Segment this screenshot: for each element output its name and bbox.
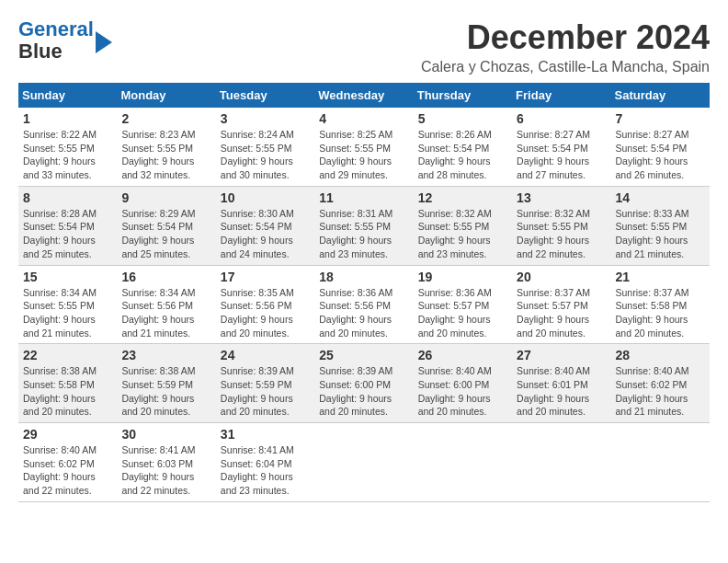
logo: General Blue xyxy=(18,18,112,63)
calendar-cell: 31Sunrise: 8:41 AM Sunset: 6:04 PM Dayli… xyxy=(216,423,314,502)
day-number: 3 xyxy=(221,111,310,126)
day-number: 10 xyxy=(221,190,310,205)
day-number: 29 xyxy=(23,427,112,442)
day-number: 28 xyxy=(616,348,705,362)
day-info: Sunrise: 8:29 AM Sunset: 5:54 PM Dayligh… xyxy=(121,207,210,261)
calendar-cell: 28Sunrise: 8:40 AM Sunset: 6:02 PM Dayli… xyxy=(611,344,710,423)
day-info: Sunrise: 8:41 AM Sunset: 6:03 PM Dayligh… xyxy=(121,443,210,498)
calendar-table: SundayMondayTuesdayWednesdayThursdayFrid… xyxy=(18,83,710,502)
day-number: 7 xyxy=(616,111,705,126)
header-monday: Monday xyxy=(117,83,215,108)
calendar-cell: 25Sunrise: 8:39 AM Sunset: 6:00 PM Dayli… xyxy=(314,344,413,423)
calendar-cell: 27Sunrise: 8:40 AM Sunset: 6:01 PM Dayli… xyxy=(512,344,610,423)
day-info: Sunrise: 8:30 AM Sunset: 5:54 PM Dayligh… xyxy=(221,207,310,261)
day-info: Sunrise: 8:38 AM Sunset: 5:59 PM Dayligh… xyxy=(121,364,210,419)
day-info: Sunrise: 8:25 AM Sunset: 5:55 PM Dayligh… xyxy=(319,128,408,182)
day-info: Sunrise: 8:34 AM Sunset: 5:56 PM Dayligh… xyxy=(121,286,210,340)
calendar-cell xyxy=(512,423,610,502)
day-number: 25 xyxy=(319,348,408,362)
day-info: Sunrise: 8:37 AM Sunset: 5:58 PM Dayligh… xyxy=(616,286,705,340)
calendar-cell: 2Sunrise: 8:23 AM Sunset: 5:55 PM Daylig… xyxy=(117,108,215,186)
day-info: Sunrise: 8:32 AM Sunset: 5:55 PM Dayligh… xyxy=(418,207,507,261)
day-info: Sunrise: 8:31 AM Sunset: 5:55 PM Dayligh… xyxy=(319,207,408,261)
day-number: 30 xyxy=(121,427,210,442)
day-number: 19 xyxy=(418,270,507,284)
day-info: Sunrise: 8:40 AM Sunset: 6:02 PM Dayligh… xyxy=(23,443,112,498)
day-number: 14 xyxy=(616,190,705,205)
day-number: 15 xyxy=(23,270,112,284)
day-number: 26 xyxy=(418,348,507,362)
week-row-4: 22Sunrise: 8:38 AM Sunset: 5:58 PM Dayli… xyxy=(18,344,710,423)
day-info: Sunrise: 8:23 AM Sunset: 5:55 PM Dayligh… xyxy=(121,128,210,182)
logo-text: General Blue xyxy=(18,18,94,63)
calendar-cell: 29Sunrise: 8:40 AM Sunset: 6:02 PM Dayli… xyxy=(18,423,117,502)
day-info: Sunrise: 8:33 AM Sunset: 5:55 PM Dayligh… xyxy=(616,207,705,261)
day-info: Sunrise: 8:35 AM Sunset: 5:56 PM Dayligh… xyxy=(221,286,310,340)
calendar-cell: 17Sunrise: 8:35 AM Sunset: 5:56 PM Dayli… xyxy=(216,265,314,344)
page-header: General Blue December 2024 Calera y Choz… xyxy=(18,18,710,75)
day-info: Sunrise: 8:36 AM Sunset: 5:56 PM Dayligh… xyxy=(319,286,408,340)
calendar-cell: 14Sunrise: 8:33 AM Sunset: 5:55 PM Dayli… xyxy=(611,186,710,265)
location-title: Calera y Chozas, Castille-La Mancha, Spa… xyxy=(421,59,710,75)
calendar-cell: 1Sunrise: 8:22 AM Sunset: 5:55 PM Daylig… xyxy=(18,108,117,186)
day-info: Sunrise: 8:24 AM Sunset: 5:55 PM Dayligh… xyxy=(221,128,310,182)
calendar-cell: 21Sunrise: 8:37 AM Sunset: 5:58 PM Dayli… xyxy=(611,265,710,344)
day-number: 31 xyxy=(221,427,310,442)
calendar-cell: 3Sunrise: 8:24 AM Sunset: 5:55 PM Daylig… xyxy=(216,108,314,186)
day-number: 22 xyxy=(23,348,112,362)
header-saturday: Saturday xyxy=(611,83,710,108)
day-number: 1 xyxy=(23,111,112,126)
day-number: 8 xyxy=(23,190,112,205)
day-number: 27 xyxy=(517,348,606,362)
day-info: Sunrise: 8:26 AM Sunset: 5:54 PM Dayligh… xyxy=(418,128,507,182)
day-number: 20 xyxy=(517,270,606,284)
month-title: December 2024 xyxy=(421,18,710,57)
calendar-cell: 11Sunrise: 8:31 AM Sunset: 5:55 PM Dayli… xyxy=(314,186,413,265)
logo-general: General xyxy=(18,17,94,40)
logo-arrow-icon xyxy=(96,31,112,53)
header-friday: Friday xyxy=(512,83,610,108)
day-number: 24 xyxy=(221,348,310,362)
header-row: SundayMondayTuesdayWednesdayThursdayFrid… xyxy=(18,83,710,108)
day-info: Sunrise: 8:40 AM Sunset: 6:00 PM Dayligh… xyxy=(418,364,507,419)
calendar-cell xyxy=(611,423,710,502)
day-number: 2 xyxy=(121,111,210,126)
day-number: 13 xyxy=(517,190,606,205)
day-info: Sunrise: 8:22 AM Sunset: 5:55 PM Dayligh… xyxy=(23,128,112,182)
header-sunday: Sunday xyxy=(18,83,117,108)
day-number: 9 xyxy=(121,190,210,205)
day-info: Sunrise: 8:36 AM Sunset: 5:57 PM Dayligh… xyxy=(418,286,507,340)
day-info: Sunrise: 8:40 AM Sunset: 6:02 PM Dayligh… xyxy=(616,364,705,419)
day-number: 23 xyxy=(121,348,210,362)
day-number: 5 xyxy=(418,111,507,126)
calendar-cell: 26Sunrise: 8:40 AM Sunset: 6:00 PM Dayli… xyxy=(414,344,512,423)
day-info: Sunrise: 8:38 AM Sunset: 5:58 PM Dayligh… xyxy=(23,364,112,419)
day-number: 11 xyxy=(319,190,408,205)
day-info: Sunrise: 8:39 AM Sunset: 5:59 PM Dayligh… xyxy=(221,364,310,419)
calendar-cell: 16Sunrise: 8:34 AM Sunset: 5:56 PM Dayli… xyxy=(117,265,215,344)
day-info: Sunrise: 8:40 AM Sunset: 6:01 PM Dayligh… xyxy=(517,364,606,419)
day-info: Sunrise: 8:34 AM Sunset: 5:55 PM Dayligh… xyxy=(23,286,112,340)
calendar-cell xyxy=(314,423,413,502)
calendar-cell: 15Sunrise: 8:34 AM Sunset: 5:55 PM Dayli… xyxy=(18,265,117,344)
calendar-cell: 30Sunrise: 8:41 AM Sunset: 6:03 PM Dayli… xyxy=(117,423,215,502)
week-row-5: 29Sunrise: 8:40 AM Sunset: 6:02 PM Dayli… xyxy=(18,423,710,502)
calendar-cell: 20Sunrise: 8:37 AM Sunset: 5:57 PM Dayli… xyxy=(512,265,610,344)
day-info: Sunrise: 8:28 AM Sunset: 5:54 PM Dayligh… xyxy=(23,207,112,261)
day-number: 12 xyxy=(418,190,507,205)
day-info: Sunrise: 8:27 AM Sunset: 5:54 PM Dayligh… xyxy=(517,128,606,182)
calendar-cell: 24Sunrise: 8:39 AM Sunset: 5:59 PM Dayli… xyxy=(216,344,314,423)
day-number: 16 xyxy=(121,270,210,284)
day-info: Sunrise: 8:27 AM Sunset: 5:54 PM Dayligh… xyxy=(616,128,705,182)
title-block: December 2024 Calera y Chozas, Castille-… xyxy=(421,18,710,75)
day-info: Sunrise: 8:41 AM Sunset: 6:04 PM Dayligh… xyxy=(221,443,310,498)
day-number: 4 xyxy=(319,111,408,126)
calendar-cell: 10Sunrise: 8:30 AM Sunset: 5:54 PM Dayli… xyxy=(216,186,314,265)
day-number: 21 xyxy=(616,270,705,284)
calendar-cell: 23Sunrise: 8:38 AM Sunset: 5:59 PM Dayli… xyxy=(117,344,215,423)
week-row-2: 8Sunrise: 8:28 AM Sunset: 5:54 PM Daylig… xyxy=(18,186,710,265)
calendar-cell: 4Sunrise: 8:25 AM Sunset: 5:55 PM Daylig… xyxy=(314,108,413,186)
calendar-cell: 6Sunrise: 8:27 AM Sunset: 5:54 PM Daylig… xyxy=(512,108,610,186)
header-wednesday: Wednesday xyxy=(314,83,413,108)
day-info: Sunrise: 8:32 AM Sunset: 5:55 PM Dayligh… xyxy=(517,207,606,261)
